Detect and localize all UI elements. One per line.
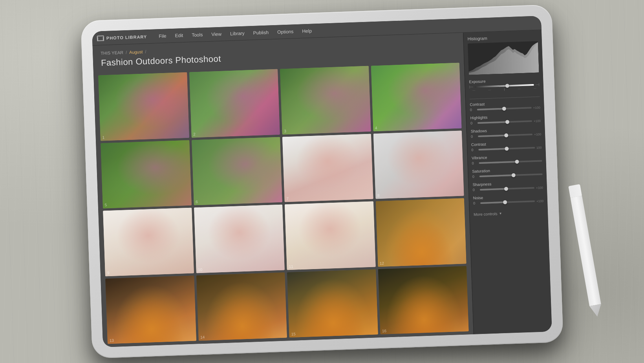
svg-marker-1 (468, 43, 539, 75)
photo-library: THIS YEAR / August / Fashion Outdoors Ph… (93, 33, 474, 347)
menu-edit[interactable]: Edit (171, 31, 187, 40)
noise-control: Noise 0 +100 (473, 193, 544, 205)
sharpness-control: Sharpness 0 +100 (472, 180, 543, 192)
highlights-value: 0 (470, 121, 476, 125)
tablet-wrapper: PHOTO LIBRARY File Edit Tools View Libra… (80, 4, 563, 358)
breadcrumb-year[interactable]: THIS YEAR (101, 50, 123, 55)
app-name-label: PHOTO LIBRARY (106, 34, 147, 40)
exposure-control: Exposure |— —| — — | — — (469, 77, 540, 92)
menu-options[interactable]: Options (273, 27, 298, 36)
breadcrumb-month[interactable]: August (129, 50, 143, 55)
shadows-control: Shadows 0 +100 (471, 126, 542, 138)
histogram-container (468, 41, 539, 75)
vibrance-value: 0 (472, 161, 477, 165)
highlights-control: Highlights 0 +100 (470, 113, 541, 125)
contrast-max-1: +100 (533, 106, 540, 110)
photo-cell-14[interactable]: 14 (196, 272, 287, 341)
contrast-slider-1[interactable] (477, 107, 532, 110)
photo-cell-7[interactable]: 7 (282, 134, 373, 202)
photo-number-14: 14 (200, 335, 205, 339)
photo-cell-10[interactable]: 10 (194, 205, 285, 273)
photo-cell-11[interactable]: 11 (285, 201, 375, 270)
photo-cell-8[interactable]: 8 (373, 130, 464, 199)
photo-number-13: 13 (110, 338, 114, 343)
photo-cell-1[interactable]: 1 (98, 72, 189, 141)
tablet-screen: PHOTO LIBRARY File Edit Tools View Libra… (92, 16, 552, 347)
photo-number-2: 2 (193, 132, 196, 136)
menu-help[interactable]: Help (298, 26, 316, 36)
saturation-value: 0 (472, 174, 478, 178)
vibrance-slider[interactable] (479, 160, 542, 164)
photo-number-10: 10 (198, 267, 203, 271)
pencil-body (570, 196, 601, 306)
photo-cell-13[interactable]: 13 (105, 275, 196, 344)
photo-cell-12[interactable]: 12 (375, 198, 466, 266)
photo-cell-16[interactable]: 16 (378, 266, 468, 334)
menu-publish[interactable]: Publish (249, 28, 273, 37)
photo-cell-15[interactable]: 15 (287, 269, 378, 337)
histogram-label: Histogram (467, 34, 538, 41)
more-controls-arrow-icon: ▼ (499, 212, 502, 215)
film-icon (97, 35, 104, 41)
menu-view[interactable]: View (207, 29, 226, 39)
contrast-max-2: 100 (536, 146, 542, 149)
sharpness-value: 0 (473, 188, 478, 192)
photo-number-6: 6 (196, 200, 198, 204)
photo-number-1: 1 (102, 135, 105, 139)
contrast-value-2: 0 (471, 148, 477, 152)
noise-value: 0 (473, 201, 479, 205)
shadows-slider[interactable] (478, 134, 532, 137)
highlights-slider[interactable] (478, 120, 532, 124)
shadows-value: 0 (471, 134, 476, 138)
saturation-slider[interactable] (479, 173, 543, 177)
shadows-max: +100 (534, 132, 541, 136)
photo-number-16: 16 (382, 329, 387, 333)
saturation-control: Saturation 0 (472, 167, 543, 178)
sharpness-max: +100 (536, 186, 543, 190)
apple-pencil (568, 184, 603, 318)
photo-grid: 1 2 3 4 (93, 59, 474, 347)
breadcrumb-sep-1: / (126, 50, 127, 55)
photo-cell-2[interactable]: 2 (189, 69, 280, 138)
menu-tools[interactable]: Tools (188, 30, 207, 40)
contrast-slider-2[interactable] (478, 147, 535, 150)
photo-number-7: 7 (286, 196, 289, 201)
photo-number-15: 15 (291, 332, 296, 336)
photo-number-9: 9 (107, 271, 110, 275)
photo-number-3: 3 (284, 129, 286, 133)
contrast-control-2: Contrast 0 100 (471, 140, 542, 152)
highlights-max: +100 (534, 119, 541, 123)
more-controls-button[interactable]: More controls ▼ (474, 210, 544, 216)
menu-file[interactable]: File (155, 31, 170, 40)
noise-max: +100 (536, 199, 543, 203)
more-controls-label: More controls (474, 211, 498, 216)
photo-cell-6[interactable]: 6 (192, 137, 282, 205)
vibrance-control: Vibrance 0 (472, 153, 542, 165)
contrast-control-1: Contrast 0 +100 (470, 100, 540, 112)
photo-number-11: 11 (289, 264, 293, 268)
noise-slider[interactable] (480, 200, 535, 204)
photo-number-5: 5 (105, 203, 107, 207)
photo-cell-9[interactable]: 9 (103, 208, 194, 276)
pencil-tip (589, 304, 603, 318)
menu-library[interactable]: Library (226, 29, 249, 38)
photo-cell-5[interactable]: 5 (101, 140, 191, 208)
photo-cell-3[interactable]: 3 (280, 66, 371, 134)
app-logo: PHOTO LIBRARY (97, 34, 147, 41)
photo-cell-4[interactable]: 4 (371, 63, 461, 131)
photo-number-4: 4 (375, 126, 377, 130)
photo-number-8: 8 (377, 193, 380, 198)
breadcrumb-sep-2: / (145, 49, 146, 54)
content-area: THIS YEAR / August / Fashion Outdoors Ph… (93, 30, 552, 347)
right-panel: Histogram (463, 30, 552, 334)
contrast-value-1: 0 (470, 108, 476, 112)
sharpness-slider[interactable] (480, 187, 534, 191)
photo-number-12: 12 (380, 261, 384, 265)
